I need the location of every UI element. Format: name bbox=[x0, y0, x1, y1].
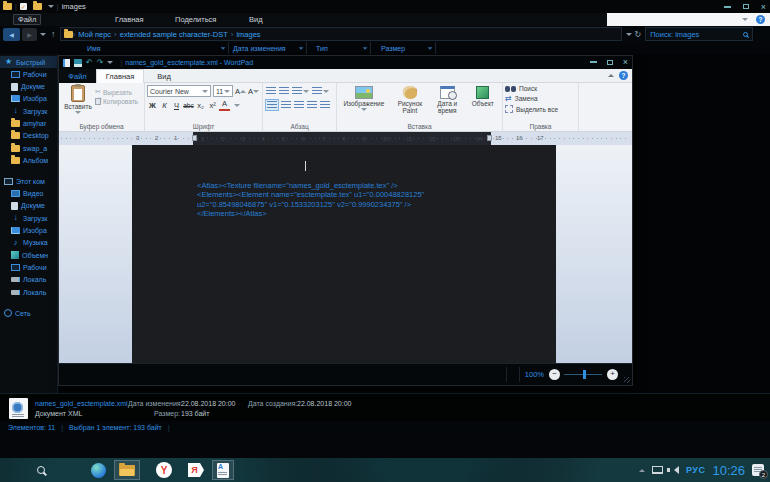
strikethrough-button[interactable]: abc bbox=[183, 99, 194, 111]
tray-app-icon[interactable]: 2 bbox=[752, 464, 764, 476]
sidebar-item[interactable]: Докуме bbox=[0, 200, 57, 212]
address-field[interactable]: › Мой перс › extended sample character-D… bbox=[60, 27, 622, 41]
sidebar-item[interactable]: Видео bbox=[0, 188, 57, 200]
tab-home[interactable]: Главная bbox=[111, 14, 148, 25]
resize-grip[interactable] bbox=[624, 377, 630, 383]
align-right-button[interactable] bbox=[293, 100, 305, 110]
wordpad-tab-view[interactable]: Вид bbox=[144, 69, 184, 83]
select-all-button[interactable]: Выделить все bbox=[505, 105, 576, 113]
insert-image-button[interactable]: Изображение bbox=[339, 86, 389, 111]
edge-browser-icon[interactable] bbox=[91, 463, 106, 478]
date-time-button[interactable]: Дата и время bbox=[431, 86, 464, 115]
wordpad-tab-file[interactable]: Файл bbox=[59, 69, 96, 83]
wordpad-tab-home[interactable]: Главная bbox=[96, 69, 144, 83]
maximize-icon[interactable] bbox=[607, 60, 613, 65]
font-family-combo[interactable]: Courier New bbox=[147, 85, 211, 97]
highlight-button[interactable] bbox=[231, 99, 242, 111]
ruler[interactable]: 3 2 1 15 16 17 1234567891011121314 bbox=[59, 132, 632, 145]
refresh-icon[interactable]: ↻ bbox=[635, 30, 642, 39]
properties-check-icon[interactable]: ✓ bbox=[20, 3, 27, 10]
search-icon[interactable] bbox=[743, 32, 748, 37]
close-icon[interactable]: × bbox=[761, 3, 766, 11]
sidebar-item[interactable]: Докуме bbox=[0, 81, 57, 93]
chevron-down-icon[interactable] bbox=[299, 47, 304, 49]
chevron-down-icon[interactable] bbox=[428, 47, 433, 49]
tab-share[interactable]: Поделиться bbox=[171, 14, 220, 25]
tab-view[interactable]: Вид bbox=[245, 14, 267, 25]
shrink-font-button[interactable]: A bbox=[248, 85, 259, 97]
save-icon[interactable] bbox=[74, 59, 82, 67]
sidebar-item[interactable]: ↓ Загрузк bbox=[0, 212, 57, 224]
replace-button[interactable]: ⇄Замена bbox=[505, 94, 576, 103]
copy-button[interactable]: Копировать bbox=[95, 98, 138, 105]
increase-indent-button[interactable] bbox=[278, 86, 290, 96]
minimize-icon[interactable] bbox=[590, 61, 597, 63]
volume-icon[interactable] bbox=[670, 466, 679, 474]
find-button[interactable]: Поиск bbox=[505, 85, 576, 92]
sidebar-item[interactable]: Изобра bbox=[0, 225, 57, 237]
chevron-down-icon[interactable] bbox=[221, 47, 226, 49]
expand-ribbon-icon[interactable] bbox=[742, 18, 748, 21]
sidebar-item[interactable]: Объемн bbox=[0, 249, 57, 261]
up-button[interactable]: ↑ bbox=[51, 29, 56, 39]
sidebar-item[interactable]: Альбом bbox=[0, 154, 57, 166]
chevron-down-icon[interactable] bbox=[48, 5, 54, 8]
maximize-icon[interactable] bbox=[743, 4, 749, 9]
paragraph-dialog-button[interactable] bbox=[319, 100, 331, 110]
yandex-icon[interactable]: Я bbox=[188, 463, 204, 477]
column-header-type[interactable]: Тип bbox=[307, 42, 371, 54]
sidebar-item[interactable]: Рабочи bbox=[0, 261, 57, 273]
language-indicator[interactable]: РУС bbox=[686, 465, 705, 475]
sidebar-item[interactable]: Desktop bbox=[0, 130, 57, 142]
column-header-modified[interactable]: Дата изменения bbox=[229, 42, 307, 54]
cut-button[interactable]: ✂Вырезать bbox=[95, 88, 138, 96]
explorer-taskbar-button[interactable] bbox=[114, 460, 140, 480]
bold-button[interactable]: Ж bbox=[147, 99, 158, 111]
grow-font-button[interactable]: A bbox=[235, 85, 246, 97]
breadcrumb-item[interactable]: extended sample character-DST bbox=[117, 30, 231, 39]
sidebar-item[interactable]: Локаль bbox=[0, 274, 57, 286]
breadcrumb-item[interactable]: Мой перс bbox=[75, 30, 114, 39]
insert-object-button[interactable]: Объект bbox=[466, 86, 500, 107]
yandex-browser-icon[interactable]: Y bbox=[156, 462, 172, 478]
history-chevron-icon[interactable] bbox=[40, 33, 46, 36]
paint-drawing-button[interactable]: Рисунок Paint bbox=[391, 86, 429, 115]
sidebar-item[interactable]: Рабочи bbox=[0, 68, 57, 80]
justify-button[interactable] bbox=[306, 100, 318, 110]
sidebar-item[interactable]: ♪ Музыка bbox=[0, 237, 57, 249]
subscript-button[interactable]: x₂ bbox=[195, 99, 206, 111]
decrease-indent-button[interactable] bbox=[265, 86, 277, 96]
column-header-name[interactable]: Имя bbox=[64, 42, 229, 54]
font-size-combo[interactable]: 11 bbox=[213, 85, 233, 97]
zoom-slider-thumb[interactable] bbox=[583, 370, 586, 379]
back-button[interactable]: ◀ bbox=[3, 28, 20, 41]
search-input[interactable]: Поиск: images bbox=[645, 27, 753, 41]
sidebar-item[interactable]: swap_a bbox=[0, 142, 57, 154]
sidebar-item[interactable]: ↓ Загрузк bbox=[0, 105, 57, 117]
minimize-icon[interactable] bbox=[724, 6, 731, 8]
paste-button[interactable]: Вставить bbox=[61, 85, 95, 120]
list-button[interactable] bbox=[291, 86, 310, 96]
help-icon[interactable]: ? bbox=[619, 71, 628, 80]
right-indent-marker[interactable] bbox=[487, 135, 492, 141]
underline-button[interactable]: Ч bbox=[171, 99, 182, 111]
left-indent-marker[interactable] bbox=[192, 135, 197, 141]
italic-button[interactable]: К bbox=[159, 99, 170, 111]
close-icon[interactable]: × bbox=[623, 58, 628, 66]
tray-expand-icon[interactable] bbox=[639, 469, 645, 472]
align-center-button[interactable] bbox=[280, 100, 292, 110]
collapse-ribbon-icon[interactable] bbox=[608, 74, 614, 77]
tab-file[interactable]: Файл bbox=[13, 14, 41, 25]
help-icon[interactable]: ? bbox=[756, 15, 765, 24]
sidebar-item[interactable]: amyhar bbox=[0, 117, 57, 129]
breadcrumb-item[interactable]: images bbox=[233, 30, 263, 39]
network-icon[interactable] bbox=[652, 466, 663, 474]
sidebar-item[interactable]: Сеть bbox=[0, 307, 57, 319]
qat-chevron-icon[interactable] bbox=[107, 61, 113, 64]
align-left-button[interactable] bbox=[265, 99, 279, 111]
undo-icon[interactable]: ↶ bbox=[86, 59, 93, 67]
sidebar-item[interactable]: Этот ком bbox=[0, 175, 57, 187]
forward-button[interactable]: ▶ bbox=[22, 28, 37, 41]
zoom-out-button[interactable]: − bbox=[549, 369, 560, 380]
line-spacing-button[interactable] bbox=[311, 86, 330, 96]
